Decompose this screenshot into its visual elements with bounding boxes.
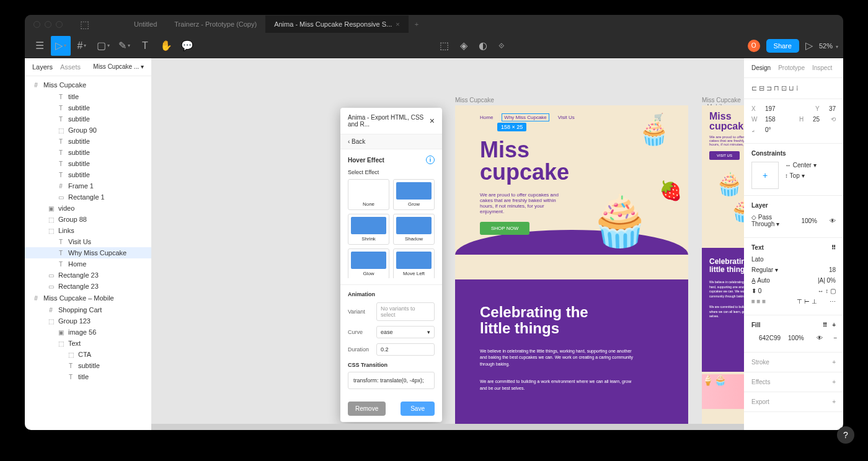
y-input[interactable]: 37: [829, 105, 836, 112]
alignment-controls[interactable]: ⊏ ⊟ ⊐ ⊓ ⊡ ⊔ ⁞: [751, 84, 836, 92]
artboard-mobile[interactable]: 🛒 Misscupcake We are proud to offer cupc…: [702, 105, 744, 430]
figma-icon[interactable]: ⬚: [80, 19, 89, 30]
layer-title[interactable]: Ttitle: [25, 371, 151, 382]
save-button[interactable]: Save: [401, 402, 435, 416]
add-stroke-icon[interactable]: +: [832, 359, 836, 366]
component-icon[interactable]: ◈: [460, 40, 467, 51]
menu-button[interactable]: ☰: [30, 36, 50, 56]
rotation-input[interactable]: 0°: [765, 126, 771, 133]
text-more-icon[interactable]: ⋯: [830, 298, 836, 305]
frame-label-desktop[interactable]: Miss Cupcake: [455, 97, 494, 103]
layer-shopping-cart[interactable]: #Shopping Cart: [25, 304, 151, 315]
curve-select[interactable]: ease▾: [376, 326, 435, 338]
layer-group88[interactable]: ⬚Group 88: [25, 214, 151, 225]
edit-object-icon[interactable]: ⬚: [440, 40, 449, 51]
text-valign-controls[interactable]: ⊤ ⊢ ⊥: [797, 298, 817, 305]
constraint-widget[interactable]: +: [751, 162, 779, 189]
add-fill-icon[interactable]: +: [832, 322, 836, 328]
move-tool[interactable]: ▷▾: [51, 36, 71, 56]
canvas[interactable]: Miss Cupcake Miss Cupcake – Mobile Home …: [151, 58, 744, 430]
layer-rectangle23[interactable]: ▭Rectangle 23: [25, 270, 151, 281]
prototype-tab[interactable]: Prototype: [778, 64, 805, 71]
pen-tool[interactable]: ✎▾: [114, 36, 134, 56]
font-weight-dropdown[interactable]: Regular ▾: [751, 266, 778, 273]
layer-text[interactable]: ⬚Text: [25, 338, 151, 349]
layer-subtitle[interactable]: Tsubtitle: [25, 113, 151, 125]
layer-subtitle[interactable]: Tsubtitle: [25, 169, 151, 180]
line-height-input[interactable]: A̲ Auto: [751, 277, 770, 284]
fill-hex-input[interactable]: 642C99: [759, 335, 781, 341]
font-size-input[interactable]: 18: [829, 266, 836, 273]
effect-none[interactable]: None: [348, 179, 389, 210]
layer-frame1[interactable]: #Frame 1: [25, 180, 151, 191]
css-textarea[interactable]: transform: translate(0, -4px);: [348, 372, 435, 389]
layer-image56[interactable]: ▣image 56: [25, 327, 151, 338]
layer-why-miss-cupcake[interactable]: TWhy Miss Cupcake: [25, 247, 151, 258]
layer-cta[interactable]: ⬚CTA: [25, 349, 151, 360]
add-effect-icon[interactable]: +: [832, 379, 836, 385]
share-button[interactable]: Share: [766, 39, 799, 53]
inspect-tab[interactable]: Inspect: [812, 64, 832, 71]
layer-home[interactable]: THome: [25, 258, 151, 270]
layer-group123[interactable]: ⬚Group 123: [25, 315, 151, 327]
frame-miss-cupcake-mobile[interactable]: #Miss Cupcake – Mobile: [25, 292, 151, 304]
page-dropdown[interactable]: Miss Cupcake ... ▾: [93, 63, 144, 71]
h-input[interactable]: 25: [813, 116, 820, 123]
layer-links[interactable]: ⬚Links: [25, 225, 151, 236]
remove-button[interactable]: Remove: [348, 402, 386, 416]
shape-tool[interactable]: ▢▾: [93, 36, 113, 56]
layer-visit-us[interactable]: TVisit Us: [25, 236, 151, 247]
layers-tab[interactable]: Layers: [32, 63, 53, 71]
x-input[interactable]: 197: [765, 105, 776, 112]
artboard-desktop[interactable]: Home Why Miss Cupcake Visit Us 🛒 Misscup…: [455, 105, 688, 430]
design-tab[interactable]: Design: [751, 64, 771, 71]
frame-miss-cupcake[interactable]: #Miss Cupcake: [25, 79, 151, 91]
blend-mode-dropdown[interactable]: ◇ Pass Through ▾: [751, 214, 794, 227]
layer-rectangle23[interactable]: ▭Rectangle 23: [25, 281, 151, 292]
text-tool[interactable]: T: [135, 36, 155, 56]
effect-grow[interactable]: Grow: [393, 179, 435, 210]
effect-shadow[interactable]: Shadow: [393, 214, 435, 245]
layer-group90[interactable]: ⬚Group 90: [25, 125, 151, 136]
duration-input[interactable]: 0.2: [376, 343, 435, 356]
user-avatar[interactable]: O: [748, 40, 760, 52]
layer-subtitle[interactable]: Tsubtitle: [25, 136, 151, 147]
plugin-close-button[interactable]: ×: [430, 116, 435, 126]
tab-trainerz[interactable]: Trainerz - Prototype (Copy): [166, 15, 265, 33]
close-window[interactable]: [33, 21, 40, 28]
letter-spacing-input[interactable]: |A| 0%: [818, 277, 836, 284]
hand-tool[interactable]: ✋: [156, 36, 176, 56]
tab-untitled[interactable]: Untitled: [125, 15, 166, 33]
fill-opacity-input[interactable]: 100%: [788, 335, 804, 341]
layer-video[interactable]: ▣video: [25, 203, 151, 214]
layer-subtitle[interactable]: Tsubtitle: [25, 360, 151, 371]
effect-shrink[interactable]: Shrink: [348, 214, 389, 245]
remove-fill-icon[interactable]: −: [834, 335, 838, 341]
link-icon[interactable]: ⟐: [498, 40, 505, 51]
present-button[interactable]: ▷: [805, 40, 813, 51]
visibility-icon[interactable]: 👁: [830, 217, 836, 224]
close-tab-icon[interactable]: ×: [396, 20, 399, 28]
layer-title[interactable]: Ttitle: [25, 91, 151, 102]
w-input[interactable]: 158: [765, 116, 776, 123]
frame-tool[interactable]: #▾: [72, 36, 92, 56]
effect-move-left[interactable]: Move Left: [393, 248, 435, 278]
comment-tool[interactable]: 💬: [177, 36, 197, 56]
layer-rectangle1[interactable]: ▭Rectangle 1: [25, 191, 151, 203]
layer-subtitle[interactable]: Tsubtitle: [25, 147, 151, 158]
effect-glow[interactable]: Glow: [348, 248, 389, 278]
fill-visibility-icon[interactable]: 👁: [817, 335, 823, 341]
layer-subtitle[interactable]: Tsubtitle: [25, 102, 151, 113]
variant-select[interactable]: No variants to select: [376, 302, 435, 321]
zoom-dropdown[interactable]: 52% ▾: [819, 42, 838, 50]
text-resize-controls[interactable]: ↔ ↕ ▢: [817, 288, 836, 294]
add-export-icon[interactable]: +: [832, 398, 836, 405]
font-family-dropdown[interactable]: Lato: [751, 256, 763, 263]
fill-style-icon[interactable]: ⠿: [823, 322, 827, 328]
horizontal-scrollbar[interactable]: [151, 424, 744, 430]
help-button[interactable]: ?: [837, 426, 854, 444]
plugin-back-button[interactable]: ‹ Back: [340, 134, 442, 149]
constrain-icon[interactable]: ⟲: [831, 116, 836, 123]
minimize-window[interactable]: [45, 21, 51, 28]
constraint-h-dropdown[interactable]: ↔ Center ▾: [785, 162, 817, 169]
